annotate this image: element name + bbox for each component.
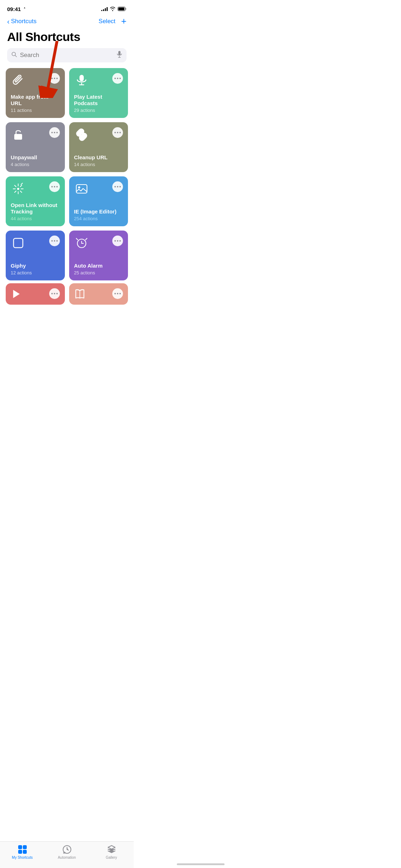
card-footer: Open Link without Tracking 44 actions: [11, 202, 60, 221]
status-bar: 09:41: [0, 0, 134, 16]
shortcut-card-ie-image-editor[interactable]: IE (Image Editor) 254 actions: [69, 176, 128, 226]
shortcut-card-partial-1[interactable]: [6, 283, 65, 305]
play-icon: [11, 288, 22, 300]
more-button[interactable]: [49, 288, 60, 299]
shortcut-card-unpaywall[interactable]: Unpaywall 4 actions: [6, 122, 65, 172]
svg-line-24: [21, 183, 22, 185]
page-title: All Shortcuts: [0, 29, 134, 48]
card-name: Auto Alarm: [74, 263, 123, 269]
card-actions: 25 actions: [74, 270, 123, 275]
signal-icon: [101, 7, 108, 11]
card-header: [74, 288, 123, 300]
more-button[interactable]: [112, 181, 123, 192]
mic-icon: [74, 73, 89, 88]
svg-line-21: [20, 191, 22, 192]
card-name: Play Latest Podcasts: [74, 94, 123, 107]
more-button[interactable]: [112, 236, 123, 246]
card-header: [11, 73, 60, 88]
book-icon: [74, 288, 86, 300]
card-header: [11, 236, 60, 250]
card-name: Cleanup URL: [74, 154, 123, 161]
battery-icon: [118, 7, 127, 11]
add-button[interactable]: +: [121, 16, 127, 26]
card-actions: 11 actions: [11, 108, 60, 113]
more-button[interactable]: [112, 127, 123, 138]
card-name: Make app from URL: [11, 94, 60, 107]
unlock-icon: [11, 127, 26, 142]
more-button[interactable]: [49, 127, 60, 138]
shortcut-card-partial-2[interactable]: [69, 283, 128, 305]
card-header: [11, 127, 60, 142]
card-footer: Giphy 12 actions: [11, 263, 60, 275]
svg-rect-14: [14, 134, 22, 140]
card-footer: Play Latest Podcasts 29 actions: [74, 94, 123, 113]
svg-rect-11: [79, 75, 84, 81]
card-header: [11, 181, 60, 196]
card-actions: 254 actions: [74, 216, 123, 221]
search-input[interactable]: [20, 52, 114, 59]
card-name: Open Link without Tracking: [11, 202, 60, 215]
card-header: [11, 288, 60, 300]
alarm-icon: [74, 236, 89, 250]
photo-icon: [74, 181, 89, 196]
svg-rect-5: [118, 51, 120, 55]
search-bar[interactable]: [7, 48, 127, 62]
mic-icon[interactable]: [117, 51, 122, 60]
card-actions: 12 actions: [11, 270, 60, 275]
svg-marker-31: [13, 290, 20, 298]
link-icon: [74, 127, 89, 142]
svg-line-20: [15, 185, 16, 187]
sparkles-icon: [11, 181, 26, 196]
square-icon: [11, 236, 26, 250]
card-footer: Cleanup URL 14 actions: [74, 154, 123, 167]
card-footer: Unpaywall 4 actions: [11, 154, 60, 167]
search-icon: [11, 52, 17, 59]
shortcut-card-giphy[interactable]: Giphy 12 actions: [6, 231, 65, 280]
shortcut-card-cleanup-url[interactable]: Cleanup URL 14 actions: [69, 122, 128, 172]
more-button[interactable]: [112, 73, 123, 84]
back-button[interactable]: ‹ Shortcuts: [7, 18, 36, 25]
nav-actions: Select +: [99, 17, 127, 26]
card-actions: 4 actions: [11, 162, 60, 167]
card-footer: Auto Alarm 25 actions: [74, 263, 123, 275]
shortcuts-grid: Make app from URL 11 actions: [0, 68, 134, 280]
shortcut-card-make-app-from-url[interactable]: Make app from URL 11 actions: [6, 68, 65, 118]
card-header: [74, 73, 123, 88]
card-header: [74, 236, 123, 250]
card-name: IE (Image Editor): [74, 208, 123, 215]
svg-rect-2: [125, 8, 127, 10]
back-label: Shortcuts: [11, 18, 37, 25]
card-name: Unpaywall: [11, 154, 60, 161]
svg-point-15: [17, 188, 19, 190]
svg-rect-25: [76, 185, 87, 193]
chevron-left-icon: ‹: [7, 18, 10, 25]
svg-line-23: [15, 191, 16, 192]
more-button[interactable]: [112, 288, 123, 299]
card-footer: IE (Image Editor) 254 actions: [74, 208, 123, 221]
svg-line-22: [20, 185, 22, 187]
card-actions: 29 actions: [74, 108, 123, 113]
shortcut-card-play-latest-podcasts[interactable]: Play Latest Podcasts 29 actions: [69, 68, 128, 118]
more-button[interactable]: [49, 236, 60, 246]
paperclip-icon: [11, 73, 26, 88]
status-icons: [101, 7, 127, 11]
card-actions: 14 actions: [74, 162, 123, 167]
card-actions: 44 actions: [11, 216, 60, 221]
more-button[interactable]: [49, 181, 60, 192]
nav-bar: ‹ Shortcuts Select +: [0, 16, 134, 29]
card-footer: Make app from URL 11 actions: [11, 94, 60, 113]
svg-point-26: [78, 186, 80, 188]
card-name: Giphy: [11, 263, 60, 269]
select-button[interactable]: Select: [99, 18, 115, 25]
partial-cards: [0, 283, 134, 305]
shortcut-card-auto-alarm[interactable]: Auto Alarm 25 actions: [69, 231, 128, 280]
card-header: [74, 127, 123, 142]
svg-line-4: [15, 56, 17, 57]
more-button[interactable]: [49, 73, 60, 84]
shortcut-card-open-link-no-tracking[interactable]: Open Link without Tracking 44 actions: [6, 176, 65, 226]
svg-rect-27: [14, 238, 23, 248]
wifi-icon: [110, 7, 115, 11]
status-time: 09:41: [7, 6, 26, 12]
svg-rect-1: [118, 7, 124, 10]
card-header: [74, 181, 123, 196]
